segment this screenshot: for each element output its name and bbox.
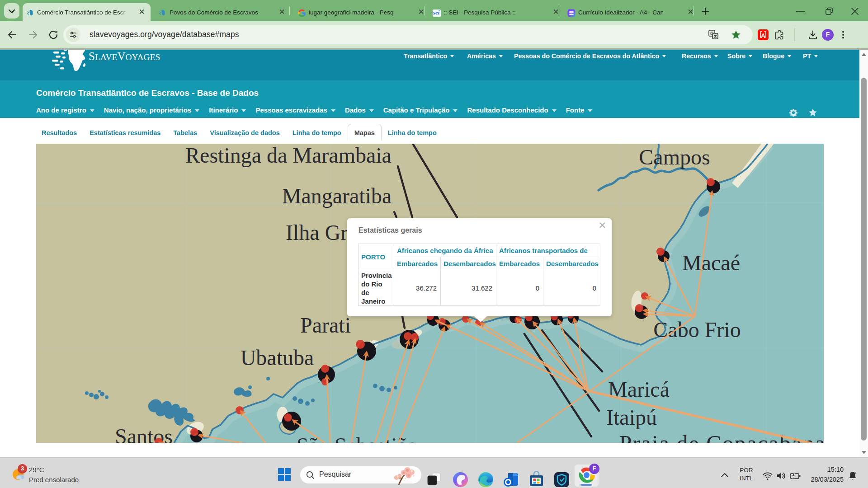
- svg-text:Itaipú: Itaipú: [606, 405, 657, 429]
- svg-text:Ubatuba: Ubatuba: [241, 346, 314, 370]
- svg-text:Santos: Santos: [115, 424, 173, 443]
- svg-text:z: z: [854, 471, 856, 474]
- svg-text:Praia de Copacabana: Praia de Copacabana: [619, 431, 824, 443]
- svg-text:Cabo Frio: Cabo Frio: [653, 318, 741, 342]
- svg-text:Restinga da Marambaia: Restinga da Marambaia: [185, 144, 392, 167]
- svg-text:Campos: Campos: [639, 145, 710, 169]
- svg-text:Mangaratiba: Mangaratiba: [282, 184, 392, 208]
- svg-text:Parati: Parati: [300, 313, 351, 337]
- svg-text:Macaé: Macaé: [682, 251, 740, 275]
